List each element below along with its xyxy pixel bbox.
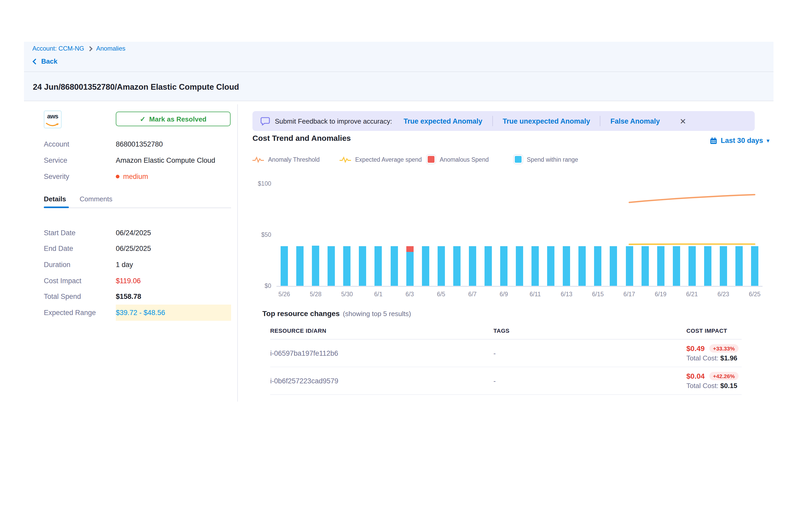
y-axis: $100$50$0: [252, 184, 271, 286]
expected-average-line: [629, 244, 755, 244]
spend-bar[interactable]: [422, 246, 429, 286]
feedback-options: True expected AnomalyTrue unexpected Ano…: [403, 116, 660, 126]
legend-item[interactable]: Anomaly Threshold: [252, 155, 340, 164]
spend-bar[interactable]: [641, 246, 649, 286]
within-range-segment: [563, 246, 570, 286]
legend-item[interactable]: Expected Average spend: [340, 155, 426, 164]
legend-item[interactable]: Anomalous Spend: [426, 155, 514, 164]
feedback-bar: Submit Feedback to improve accuracy: Tru…: [252, 111, 755, 131]
mark-as-resolved-button[interactable]: ✓ Mark as Resolved: [116, 112, 230, 126]
legend-label: Expected Average spend: [355, 156, 422, 163]
close-icon[interactable]: ✕: [680, 117, 686, 125]
cost-impact-value: $0.49: [686, 344, 705, 353]
table-row: i-0b6f257223cad9579-$0.04+42.26%Total Co…: [270, 367, 742, 395]
spend-bar[interactable]: [531, 246, 539, 286]
detail-label: End Date: [44, 241, 116, 256]
within-range-segment: [704, 246, 711, 286]
caret-down-icon: ▾: [767, 138, 769, 144]
cost-change-badge: +42.26%: [709, 372, 739, 380]
spend-bar[interactable]: [406, 246, 413, 286]
back-button[interactable]: Back: [33, 57, 57, 65]
detail-label: Cost Impact: [44, 273, 116, 289]
feedback-option[interactable]: True unexpected Anomaly: [503, 117, 590, 125]
aws-provider-icon: aws: [44, 111, 61, 128]
x-axis-tick-label: 5/30: [341, 291, 353, 297]
y-axis-tick-label: $0: [264, 283, 271, 289]
spend-bar[interactable]: [484, 246, 492, 286]
summary-label: Service: [44, 156, 116, 164]
x-axis-tick-label: 6/7: [468, 291, 477, 297]
detail-label: Total Spend: [44, 289, 116, 305]
within-range-segment: [375, 246, 382, 286]
spend-bar[interactable]: [751, 246, 758, 286]
spend-bar[interactable]: [516, 246, 523, 286]
spend-bar[interactable]: [563, 246, 570, 286]
spend-bar[interactable]: [312, 246, 319, 286]
spend-bar[interactable]: [453, 246, 460, 286]
table-header-row: RESOURCE ID/ARNTAGSCOST IMPACT: [270, 322, 742, 340]
x-axis-tick-label: 6/15: [592, 291, 604, 297]
tabs-divider: [44, 208, 231, 208]
anomaly-detail-page: Account: CCM-NG Anomalies Back 24 Jun/86…: [0, 0, 798, 532]
spend-bar[interactable]: [720, 246, 727, 286]
x-axis-tick-label: 6/1: [374, 291, 383, 297]
spend-bar[interactable]: [672, 246, 680, 286]
spend-bar[interactable]: [688, 246, 696, 286]
spend-bar[interactable]: [327, 246, 335, 286]
resource-tags: -: [493, 349, 686, 357]
breadcrumb: Account: CCM-NG Anomalies: [32, 45, 126, 52]
spend-bar[interactable]: [704, 246, 711, 286]
spend-bar[interactable]: [547, 246, 554, 286]
within-range-segment: [594, 246, 602, 286]
within-range-segment: [359, 246, 366, 286]
feedback-option[interactable]: True expected Anomaly: [403, 117, 482, 125]
detail-value: 1 day: [116, 256, 231, 272]
legend-item[interactable]: Spend within range: [514, 155, 601, 164]
x-axis-tick-label: 6/25: [749, 291, 761, 297]
summary-value: 868001352780: [116, 140, 163, 148]
date-range-selector[interactable]: Last 30 days ▾: [710, 137, 769, 145]
within-range-segment: [547, 246, 554, 286]
within-range-segment: [641, 246, 649, 286]
spend-bar[interactable]: [296, 246, 304, 286]
spend-bar[interactable]: [469, 246, 476, 286]
x-axis-tick-label: 6/17: [624, 291, 635, 297]
spend-bar[interactable]: [610, 246, 617, 286]
spend-bar[interactable]: [375, 246, 382, 286]
spend-bar[interactable]: [359, 246, 366, 286]
breadcrumb-account-link[interactable]: Account: CCM-NG: [32, 45, 84, 52]
legend-label: Spend within range: [527, 156, 578, 163]
summary-fields: Account868001352780ServiceAmazon Elastic…: [44, 136, 231, 185]
total-cost-value: $0.15: [720, 382, 737, 390]
legend-square-icon: [426, 155, 436, 164]
legend-label: Anomalous Spend: [440, 156, 489, 163]
within-range-segment: [736, 246, 743, 286]
tab-comments[interactable]: Comments: [79, 195, 112, 207]
spend-bar[interactable]: [657, 246, 664, 286]
spend-bar[interactable]: [594, 246, 602, 286]
feedback-option[interactable]: False Anomaly: [610, 117, 660, 125]
page-title: 24 Jun/868001352780/Amazon Elastic Compu…: [33, 82, 239, 92]
breadcrumb-current[interactable]: Anomalies: [96, 45, 126, 52]
title-band: 24 Jun/868001352780/Amazon Elastic Compu…: [24, 72, 774, 101]
spend-bar[interactable]: [437, 246, 445, 286]
x-axis-tick-label: 5/26: [279, 291, 290, 297]
spend-bar[interactable]: [343, 246, 351, 286]
chart-legend: Anomaly ThresholdExpected Average spendA…: [252, 155, 601, 164]
spend-bar[interactable]: [281, 246, 288, 286]
spend-bar[interactable]: [626, 246, 633, 286]
summary-value: medium: [116, 173, 148, 180]
detail-label: Duration: [44, 256, 116, 272]
tab-details[interactable]: Details: [44, 195, 66, 207]
spend-bar[interactable]: [579, 246, 586, 286]
aws-logo-text: aws: [44, 113, 61, 120]
calendar-icon: [710, 137, 717, 144]
detail-value: 06/24/2025: [116, 225, 231, 241]
spend-bar[interactable]: [736, 246, 743, 286]
within-range-segment: [453, 246, 460, 286]
spend-bar[interactable]: [391, 246, 398, 286]
within-range-segment: [626, 246, 633, 286]
spend-bar[interactable]: [500, 246, 508, 286]
total-cost-line: Total Cost: $1.96: [686, 354, 742, 362]
resource-id: i-06597ba197fe112b6: [270, 349, 493, 357]
